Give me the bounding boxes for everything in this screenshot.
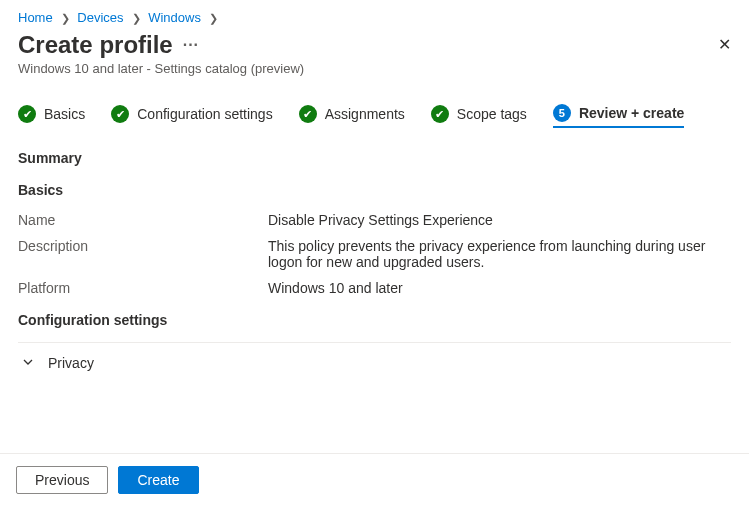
- platform-value: Windows 10 and later: [268, 280, 731, 296]
- configuration-settings-heading: Configuration settings: [18, 312, 731, 328]
- breadcrumb-home[interactable]: Home: [18, 10, 53, 25]
- page-title-text: Create profile: [18, 31, 173, 59]
- step-label: Review + create: [579, 105, 684, 121]
- step-review-create[interactable]: 5 Review + create: [553, 104, 684, 128]
- chevron-right-icon: ❯: [209, 12, 218, 24]
- chevron-right-icon: ❯: [61, 12, 70, 24]
- close-icon[interactable]: ✕: [718, 35, 731, 54]
- field-platform: Platform Windows 10 and later: [18, 280, 731, 296]
- page-subtitle: Windows 10 and later - Settings catalog …: [18, 61, 731, 76]
- name-label: Name: [18, 212, 268, 228]
- page-title: Create profile ···: [18, 31, 731, 59]
- more-icon[interactable]: ···: [183, 36, 199, 54]
- check-icon: ✔: [431, 105, 449, 123]
- check-icon: ✔: [299, 105, 317, 123]
- check-icon: ✔: [111, 105, 129, 123]
- step-scope-tags[interactable]: ✔ Scope tags: [431, 105, 527, 127]
- step-assignments[interactable]: ✔ Assignments: [299, 105, 405, 127]
- platform-label: Platform: [18, 280, 268, 296]
- breadcrumb-devices[interactable]: Devices: [77, 10, 123, 25]
- step-label: Assignments: [325, 106, 405, 122]
- step-number-icon: 5: [553, 104, 571, 122]
- step-label: Scope tags: [457, 106, 527, 122]
- description-value: This policy prevents the privacy experie…: [268, 238, 731, 270]
- step-label: Configuration settings: [137, 106, 272, 122]
- step-basics[interactable]: ✔ Basics: [18, 105, 85, 127]
- step-label: Basics: [44, 106, 85, 122]
- field-description: Description This policy prevents the pri…: [18, 238, 731, 270]
- wizard-steps: ✔ Basics ✔ Configuration settings ✔ Assi…: [0, 76, 749, 128]
- privacy-label: Privacy: [48, 355, 94, 371]
- name-value: Disable Privacy Settings Experience: [268, 212, 731, 228]
- privacy-expander[interactable]: Privacy: [18, 343, 731, 383]
- breadcrumb-windows[interactable]: Windows: [148, 10, 201, 25]
- summary-heading: Summary: [18, 150, 731, 166]
- description-label: Description: [18, 238, 268, 270]
- chevron-right-icon: ❯: [132, 12, 141, 24]
- check-icon: ✔: [18, 105, 36, 123]
- footer: Previous Create: [0, 453, 749, 506]
- previous-button[interactable]: Previous: [16, 466, 108, 494]
- breadcrumb: Home❯ Devices❯ Windows❯: [0, 0, 749, 29]
- basics-heading: Basics: [18, 182, 731, 198]
- chevron-down-icon: [22, 356, 34, 371]
- field-name: Name Disable Privacy Settings Experience: [18, 212, 731, 228]
- step-configuration-settings[interactable]: ✔ Configuration settings: [111, 105, 272, 127]
- create-button[interactable]: Create: [118, 466, 198, 494]
